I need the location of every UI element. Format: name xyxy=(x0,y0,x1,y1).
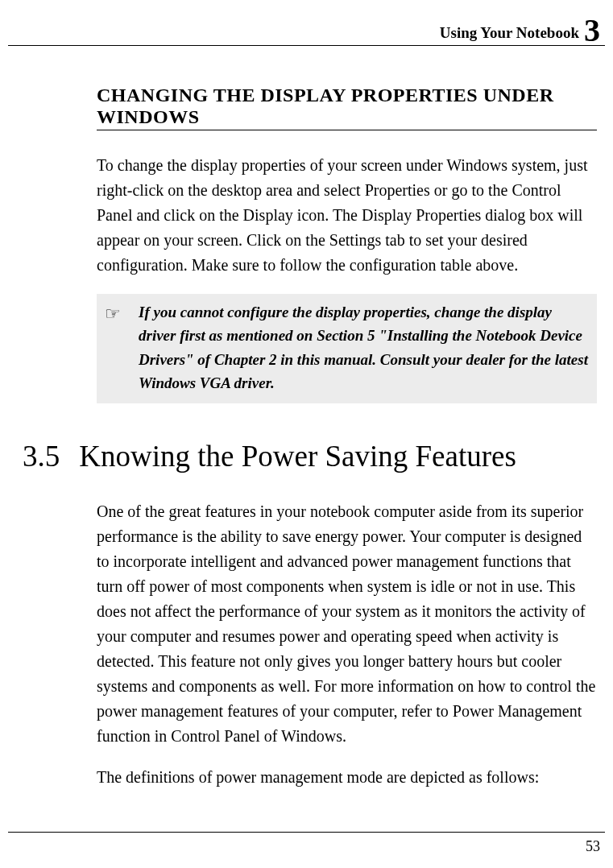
section-heading-row: 3.5 Knowing the Power Saving Features xyxy=(8,439,597,473)
section-number: 3.5 xyxy=(23,439,60,473)
chapter-number: 3 xyxy=(584,14,600,47)
pointing-hand-icon: ☞ xyxy=(105,300,122,395)
running-title: Using Your Notebook xyxy=(440,24,579,42)
page: Using Your Notebook 3 CHANGING THE DISPL… xyxy=(0,0,613,868)
content-column: CHANGING THE DISPLAY PROPERTIES UNDER WI… xyxy=(8,85,605,790)
paragraph-display-properties: To change the display properties of your… xyxy=(97,153,597,278)
paragraph-power-saving-1: One of the great features in your notebo… xyxy=(97,499,597,749)
paragraph-power-saving-2: The definitions of power management mode… xyxy=(97,765,597,790)
page-number: 53 xyxy=(586,838,600,855)
running-header: Using Your Notebook 3 xyxy=(8,11,605,43)
footer-rule xyxy=(8,832,605,833)
note-text: If you cannot configure the display prop… xyxy=(139,300,589,395)
note-box: ☞ If you cannot configure the display pr… xyxy=(97,294,597,403)
subsection-heading-display-properties: CHANGING THE DISPLAY PROPERTIES UNDER WI… xyxy=(97,85,597,130)
section-title: Knowing the Power Saving Features xyxy=(79,439,516,473)
header-rule xyxy=(8,45,605,46)
